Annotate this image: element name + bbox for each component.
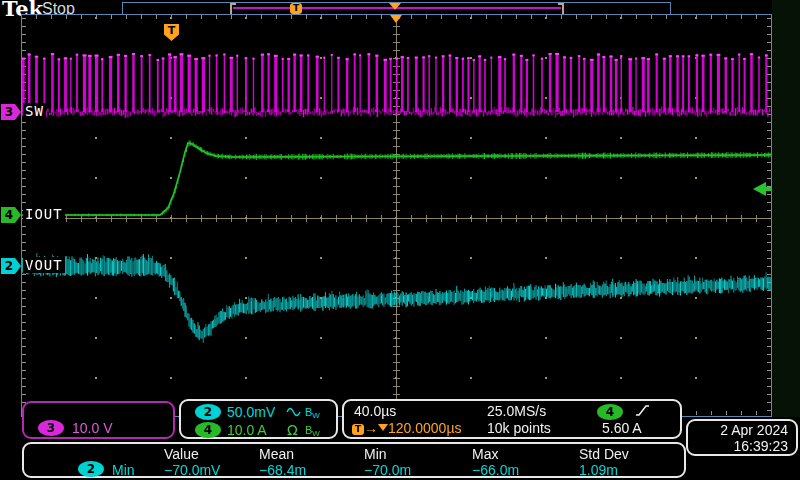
record-expansion-marker[interactable] [389, 3, 401, 10]
meas-row-value: −70.0mV [164, 462, 220, 478]
meas-header-max: Max [472, 446, 498, 462]
channel-3-readout[interactable]: 3 10.0 V [22, 401, 175, 439]
meas-row-stddev: 1.09m [579, 462, 618, 478]
time-per-div: 40.0µs [354, 403, 396, 419]
meas-header-value: Value [164, 446, 199, 462]
channel-3-position-marker[interactable]: 3 [1, 104, 21, 120]
trigger-level: 5.60 A [602, 420, 642, 436]
delay-arrow: → [364, 420, 378, 436]
measurement-box[interactable]: Value Mean Min Max Std Dev 2 Min −70.0mV… [22, 442, 686, 478]
horizontal-delay: T→120.0000µs [352, 420, 461, 436]
channel-3-badge[interactable]: 3 [38, 420, 64, 436]
oscilloscope-screen: Tek Stop T T 3 4 2 SW IOUT VOUT 3 10.0 V… [0, 0, 800, 480]
trace-label-vout: VOUT [23, 257, 65, 273]
trigger-level-arrow[interactable] [753, 182, 766, 196]
trigger-slope-icon [634, 403, 651, 421]
time: 16:39:23 [688, 438, 796, 454]
channel-2-position-marker[interactable]: 2 [1, 258, 21, 274]
delay-t-badge: T [352, 424, 364, 435]
channel-4-badge[interactable]: 4 [195, 422, 221, 438]
ac-coupling-icon [286, 405, 301, 421]
record-trigger-marker[interactable]: T [290, 3, 302, 14]
bandwidth-limit-icon-ch4: BW [305, 422, 320, 442]
datetime-box[interactable]: 2 Apr 2024 16:39:23 [686, 419, 798, 456]
delay-value: 120.0000µs [388, 420, 461, 436]
channel-2-badge[interactable]: 2 [195, 404, 221, 420]
trace-label-sw: SW [23, 103, 46, 119]
trigger-level-arrow-tail [766, 187, 771, 191]
sample-rate: 25.0MS/s [487, 403, 546, 419]
channel-2-scale: 50.0mV [227, 404, 275, 420]
channel-3-scale: 10.0 V [72, 420, 112, 436]
trace-label-iout: IOUT [23, 206, 65, 222]
date: 2 Apr 2024 [688, 421, 796, 438]
channel-2-4-readout[interactable]: 2 50.0mV BW 4 10.0 A Ω BW [179, 399, 338, 439]
waveform-display [22, 15, 771, 415]
meas-header-stddev: Std Dev [579, 446, 629, 462]
delay-triangle-icon [378, 424, 388, 431]
screen-right-margin [772, 0, 800, 417]
meas-row-mean: −68.4m [259, 462, 306, 478]
ohm-coupling-icon: Ω [287, 422, 298, 438]
meas-header-min: Min [364, 446, 387, 462]
meas-row-name: Min [112, 462, 135, 478]
channel-4-position-marker[interactable]: 4 [1, 207, 21, 223]
meas-header-mean: Mean [259, 446, 294, 462]
bandwidth-limit-icon-ch2: BW [305, 404, 320, 424]
horizontal-trigger-readout[interactable]: 40.0µs T→120.0000µs 25.0MS/s 10k points … [342, 399, 682, 439]
meas-row-max: −66.0m [472, 462, 519, 478]
meas-row-min: −70.0m [364, 462, 411, 478]
trigger-source-badge[interactable]: 4 [597, 404, 623, 420]
expansion-point-marker[interactable] [390, 15, 402, 23]
channel-4-scale: 10.0 A [227, 422, 267, 438]
meas-row-channel-badge[interactable]: 2 [78, 461, 104, 477]
record-length: 10k points [487, 420, 551, 436]
